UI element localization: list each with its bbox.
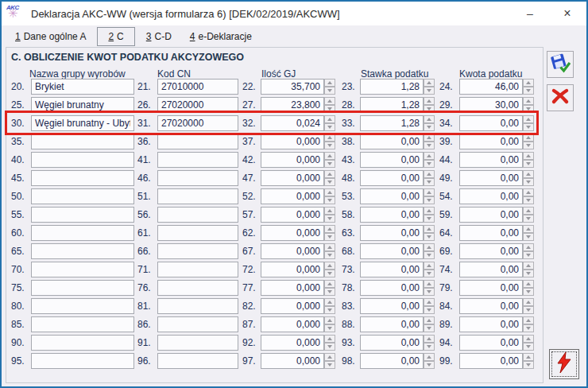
tax-rate-input[interactable] xyxy=(360,335,424,351)
cn-code-input[interactable] xyxy=(157,353,238,369)
spinner-up-button[interactable] xyxy=(324,188,335,196)
spinner-up-button[interactable] xyxy=(523,298,534,306)
product-name-input[interactable] xyxy=(31,152,134,168)
save-button[interactable] xyxy=(547,51,574,78)
cn-code-input[interactable] xyxy=(157,298,238,314)
spinner-down-button[interactable] xyxy=(424,105,435,113)
spinner-down-button[interactable] xyxy=(523,142,534,149)
spinner-down-button[interactable] xyxy=(523,87,534,95)
tax-amount-input[interactable] xyxy=(459,207,523,223)
spinner-down-button[interactable] xyxy=(424,87,435,95)
spinner-down-button[interactable] xyxy=(324,87,335,95)
cn-code-input[interactable] xyxy=(157,79,238,95)
tax-amount-input[interactable] xyxy=(459,170,523,186)
tax-rate-input[interactable] xyxy=(360,97,424,113)
product-name-input[interactable] xyxy=(31,79,134,95)
product-name-input[interactable] xyxy=(31,115,134,131)
spinner-down-button[interactable] xyxy=(424,123,435,131)
spinner-down-button[interactable] xyxy=(324,196,335,204)
spinner-up-button[interactable] xyxy=(424,115,435,123)
spinner-down-button[interactable] xyxy=(324,288,335,296)
tax-rate-input[interactable] xyxy=(360,316,424,332)
spinner-down-button[interactable] xyxy=(324,215,335,223)
quantity-gj-input[interactable] xyxy=(261,335,324,351)
cancel-button[interactable] xyxy=(547,84,574,111)
quantity-gj-input[interactable] xyxy=(261,188,324,204)
tax-rate-input[interactable] xyxy=(360,79,424,95)
tax-amount-input[interactable] xyxy=(459,280,523,296)
spinner-down-button[interactable] xyxy=(324,142,335,149)
spinner-down-button[interactable] xyxy=(324,160,335,168)
spinner-up-button[interactable] xyxy=(324,243,335,251)
spinner-up-button[interactable] xyxy=(324,262,335,270)
spinner-up-button[interactable] xyxy=(424,170,435,178)
spinner-up-button[interactable] xyxy=(523,280,534,288)
spinner-down-button[interactable] xyxy=(324,251,335,259)
spinner-up-button[interactable] xyxy=(424,207,435,215)
tax-rate-input[interactable] xyxy=(360,262,424,277)
spinner-down-button[interactable] xyxy=(424,288,435,296)
spinner-down-button[interactable] xyxy=(324,324,335,332)
spinner-up-button[interactable] xyxy=(424,134,435,142)
spinner-up-button[interactable] xyxy=(523,335,534,343)
spinner-up-button[interactable] xyxy=(424,262,435,270)
spinner-up-button[interactable] xyxy=(523,152,534,160)
tax-rate-input[interactable] xyxy=(360,225,424,241)
spinner-down-button[interactable] xyxy=(523,233,534,241)
cn-code-input[interactable] xyxy=(157,280,238,296)
spinner-up-button[interactable] xyxy=(424,335,435,343)
spinner-down-button[interactable] xyxy=(324,105,335,113)
spinner-up-button[interactable] xyxy=(424,152,435,160)
cn-code-input[interactable] xyxy=(157,207,238,223)
product-name-input[interactable] xyxy=(31,243,134,259)
quantity-gj-input[interactable] xyxy=(261,280,324,296)
quantity-gj-input[interactable] xyxy=(261,79,324,95)
tax-rate-input[interactable] xyxy=(360,170,424,186)
spinner-up-button[interactable] xyxy=(324,152,335,160)
product-name-input[interactable] xyxy=(31,298,134,314)
spinner-down-button[interactable] xyxy=(523,288,534,296)
tax-rate-input[interactable] xyxy=(360,134,424,149)
quantity-gj-input[interactable] xyxy=(261,298,324,314)
quantity-gj-input[interactable] xyxy=(261,134,324,149)
spinner-down-button[interactable] xyxy=(324,270,335,277)
spinner-down-button[interactable] xyxy=(523,196,534,204)
quantity-gj-input[interactable] xyxy=(261,243,324,259)
tax-amount-input[interactable] xyxy=(459,316,523,332)
spinner-down-button[interactable] xyxy=(424,233,435,241)
product-name-input[interactable] xyxy=(31,335,134,351)
spinner-up-button[interactable] xyxy=(324,115,335,123)
spinner-down-button[interactable] xyxy=(424,142,435,149)
cn-code-input[interactable] xyxy=(157,188,238,204)
spinner-up-button[interactable] xyxy=(523,316,534,324)
spinner-up-button[interactable] xyxy=(523,207,534,215)
close-button[interactable]: × xyxy=(555,2,580,25)
tax-amount-input[interactable] xyxy=(459,188,523,204)
spinner-down-button[interactable] xyxy=(324,306,335,314)
spinner-down-button[interactable] xyxy=(424,324,435,332)
spinner-up-button[interactable] xyxy=(523,134,534,142)
spinner-down-button[interactable] xyxy=(523,123,534,131)
spinner-up-button[interactable] xyxy=(324,207,335,215)
spinner-down-button[interactable] xyxy=(424,270,435,277)
spinner-up-button[interactable] xyxy=(424,243,435,251)
cn-code-input[interactable] xyxy=(157,152,238,168)
spinner-down-button[interactable] xyxy=(424,178,435,186)
tax-amount-input[interactable] xyxy=(459,97,523,113)
spinner-down-button[interactable] xyxy=(523,324,534,332)
product-name-input[interactable] xyxy=(31,170,134,186)
spinner-up-button[interactable] xyxy=(324,316,335,324)
spinner-up-button[interactable] xyxy=(424,97,435,105)
spinner-down-button[interactable] xyxy=(324,123,335,131)
spinner-up-button[interactable] xyxy=(324,134,335,142)
spinner-up-button[interactable] xyxy=(523,79,534,87)
spinner-up-button[interactable] xyxy=(424,280,435,288)
product-name-input[interactable] xyxy=(31,225,134,241)
spinner-up-button[interactable] xyxy=(424,79,435,87)
spinner-up-button[interactable] xyxy=(424,225,435,233)
spinner-up-button[interactable] xyxy=(424,188,435,196)
tax-rate-input[interactable] xyxy=(360,353,424,369)
spinner-down-button[interactable] xyxy=(523,251,534,259)
spinner-up-button[interactable] xyxy=(523,225,534,233)
spinner-up-button[interactable] xyxy=(523,262,534,270)
